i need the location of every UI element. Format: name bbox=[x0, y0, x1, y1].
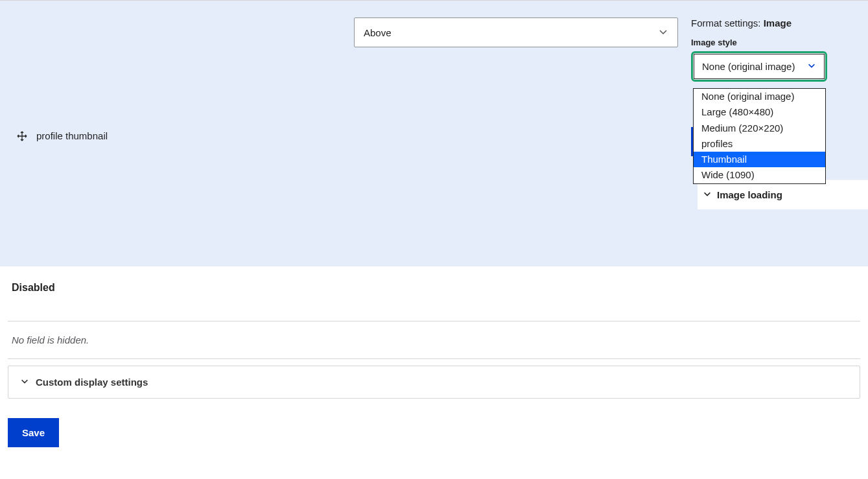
image-style-option[interactable]: Wide (1090) bbox=[694, 167, 825, 183]
custom-display-label: Custom display settings bbox=[36, 377, 148, 388]
image-style-option[interactable]: Thumbnail bbox=[694, 152, 825, 167]
chevron-down-icon bbox=[20, 377, 29, 388]
save-area: Save bbox=[0, 399, 868, 473]
chevron-down-icon bbox=[658, 27, 668, 39]
format-settings-panel: Format settings: Image Image style None … bbox=[691, 18, 859, 156]
label-position-value: Above bbox=[364, 27, 392, 38]
image-loading-label: Image loading bbox=[717, 189, 782, 200]
image-loading-toggle[interactable]: Image loading bbox=[703, 189, 864, 200]
chevron-down-icon bbox=[703, 189, 712, 200]
format-settings-title: Format settings: Image bbox=[691, 18, 859, 29]
image-style-options: None (original image)Large (480×480)Medi… bbox=[693, 88, 826, 184]
disabled-section: Disabled bbox=[0, 266, 868, 321]
field-config-row: profile thumbnail Above Format settings:… bbox=[0, 1, 868, 266]
drag-handle-icon[interactable] bbox=[17, 131, 27, 141]
disabled-empty-text: No field is hidden. bbox=[0, 321, 868, 358]
save-button[interactable]: Save bbox=[8, 418, 59, 447]
format-value: Image bbox=[764, 18, 792, 29]
chevron-down-icon bbox=[807, 61, 816, 72]
field-name: profile thumbnail bbox=[36, 130, 108, 141]
image-style-option[interactable]: profiles bbox=[694, 136, 825, 152]
image-loading-section: Image loading bbox=[698, 180, 868, 209]
image-style-option[interactable]: None (original image) bbox=[694, 89, 825, 104]
format-prefix: Format settings: bbox=[691, 18, 764, 29]
image-style-selected: None (original image) bbox=[702, 61, 795, 72]
disabled-heading: Disabled bbox=[12, 282, 856, 294]
image-style-select[interactable]: None (original image) None (original ima… bbox=[691, 51, 827, 82]
label-position-column: Above bbox=[354, 18, 678, 47]
label-position-select[interactable]: Above bbox=[354, 18, 678, 47]
image-style-label: Image style bbox=[691, 38, 859, 47]
custom-display-settings-toggle[interactable]: Custom display settings bbox=[8, 366, 860, 399]
image-style-option[interactable]: Medium (220×220) bbox=[694, 121, 825, 136]
image-style-option[interactable]: Large (480×480) bbox=[694, 104, 825, 120]
field-left: profile thumbnail bbox=[17, 130, 354, 141]
